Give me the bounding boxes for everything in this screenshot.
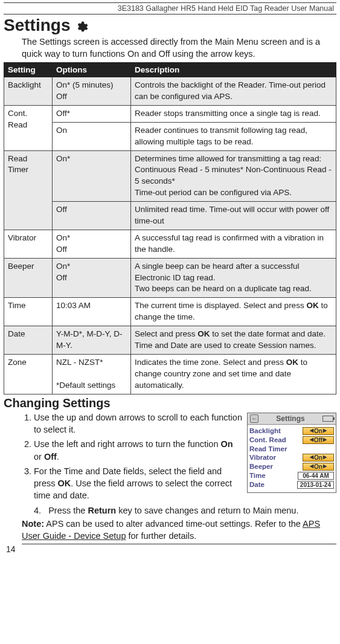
table-cell-desc: The current time is displayed. Select an… <box>131 298 336 326</box>
screenshot-label: Cont. Read <box>249 436 286 443</box>
title-text: Settings <box>4 16 70 35</box>
screenshot-label: Backlight <box>249 427 281 434</box>
page-title: Settings <box>4 16 336 35</box>
table-cell-setting: Beeper <box>4 258 53 298</box>
gear-icon <box>75 19 88 32</box>
table-cell-desc: Reader stops transmitting once a single … <box>131 105 336 122</box>
screenshot-field: 06-44 AM <box>298 472 334 480</box>
table-cell-option: On* Off <box>53 230 131 258</box>
table-cell-option: Off* <box>53 105 131 122</box>
table-cell-desc: Reader continues to transmit following t… <box>131 122 336 150</box>
screenshot-row: Beeper◀ On ▶ <box>249 462 334 471</box>
screenshot-label: Time <box>249 472 266 479</box>
battery-icon <box>322 416 333 422</box>
screenshot-toggle: ◀ Off ▶ <box>303 436 334 444</box>
col-options: Options <box>53 63 131 77</box>
table-cell-setting: Backlight <box>4 77 53 106</box>
screenshot-toggle: ◀ On ▶ <box>303 454 334 462</box>
intro-paragraph: The Settings screen is accessed directly… <box>22 36 336 60</box>
table-cell-setting: Cont. Read <box>4 105 53 150</box>
screenshot-toggle: ◀ On ▶ <box>303 463 334 471</box>
screenshot-field: 2013-01-24 <box>297 481 334 489</box>
screenshot-label: Beeper <box>249 463 273 470</box>
table-cell-desc: Determines time allowed for transmitting… <box>131 150 336 202</box>
screenshot-title: Settings <box>276 414 304 423</box>
table-cell-option: Y-M-D*, M-D-Y, D-M-Y. <box>53 326 131 355</box>
table-cell-desc: Controls the backlight of the Reader. Ti… <box>131 77 336 106</box>
screenshot-row: Time06-44 AM <box>249 471 334 480</box>
table-cell-option: On* (5 minutes) Off <box>53 77 131 106</box>
screenshot-label: Date <box>249 481 265 488</box>
col-description: Description <box>131 63 336 77</box>
screenshot-label: Vibrator <box>249 454 276 461</box>
screenshot-row: Vibrator◀ On ▶ <box>249 453 334 462</box>
screenshot-toggle: ◀ On ▶ <box>303 427 334 435</box>
table-cell-setting: Date <box>4 326 53 355</box>
page-number: 14 <box>4 544 336 556</box>
table-cell-setting: Read Timer <box>4 150 53 230</box>
settings-table: Setting Options Description BacklightOn*… <box>4 62 336 394</box>
table-cell-option: 10:03 AM <box>53 298 131 326</box>
table-cell-desc: Indicates the time zone. Select and pres… <box>131 354 336 394</box>
table-cell-setting: Zone <box>4 354 53 394</box>
table-cell-desc: A successful tag read is confirmed with … <box>131 230 336 258</box>
table-cell-desc: Unlimited read time. Time-out will occur… <box>131 202 336 230</box>
table-cell-desc: Select and press OK to set the date form… <box>131 326 336 355</box>
back-arrow-icon: ← <box>250 414 258 423</box>
table-cell-setting: Vibrator <box>4 230 53 258</box>
screenshot-row: Read Timer <box>249 445 334 453</box>
doc-header: 3E3183 Gallagher HR5 Hand Held EID Tag R… <box>4 3 336 14</box>
step-4: 4. Press the Return key to save changes … <box>34 504 336 517</box>
screenshot-row: Cont. Read◀ Off ▶ <box>249 436 334 445</box>
device-screenshot: ← Settings Backlight◀ On ▶Cont. Read◀ Of… <box>247 413 336 493</box>
table-cell-option: Off <box>53 202 131 230</box>
table-cell-setting: Time <box>4 298 53 326</box>
table-cell-option: On* <box>53 150 131 202</box>
col-setting: Setting <box>4 63 53 77</box>
subheading: Changing Settings <box>4 396 336 410</box>
table-cell-desc: A single beep can be heard after a succe… <box>131 258 336 298</box>
note: Note: APS can be used to alter advanced … <box>22 518 336 544</box>
screenshot-row: Backlight◀ On ▶ <box>249 427 334 436</box>
screenshot-label: Read Timer <box>249 445 287 452</box>
table-cell-option: On <box>53 122 131 150</box>
table-cell-option: On* Off <box>53 258 131 298</box>
screenshot-row: Date2013-01-24 <box>249 480 334 489</box>
table-cell-option: NZL - NZST* *Default settings <box>53 354 131 394</box>
